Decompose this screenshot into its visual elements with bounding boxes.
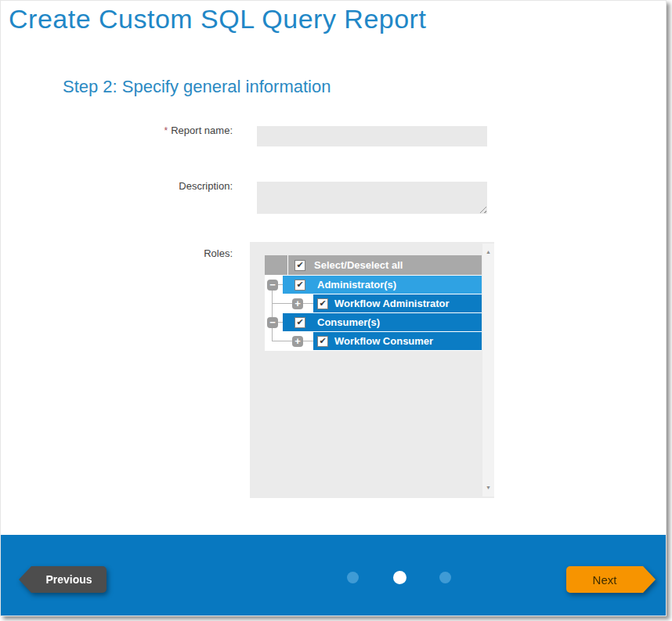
description-label-text: Description: [179, 180, 233, 192]
report-name-label: *Report name: [110, 125, 233, 136]
description-label: Description: [110, 180, 233, 192]
scroll-up-icon[interactable]: ▲ [482, 248, 494, 256]
tree-row-administrators[interactable]: ✔ Administrator(s) [283, 276, 482, 294]
wizard-page: Create Custom SQL Query Report Step 2: S… [0, 0, 667, 616]
tree-header-corner-cell [265, 255, 287, 275]
roles-label-text: Roles: [204, 247, 233, 259]
tree-connector-stub [303, 341, 313, 341]
tree-row-workflow-consumer[interactable]: ✔ Workflow Consumer [313, 332, 482, 350]
step-dot-3 [439, 572, 451, 583]
expand-icon[interactable]: + [292, 298, 303, 309]
plus-glyph: + [294, 299, 301, 309]
scroll-down-icon[interactable]: ▼ [482, 484, 494, 492]
previous-button[interactable]: Previous [31, 566, 107, 593]
tree-scrollbar[interactable]: ▲ ▼ [482, 244, 494, 496]
minus-glyph: − [269, 280, 276, 290]
checkmark-icon: ✔ [296, 280, 303, 289]
collapse-icon[interactable]: − [267, 280, 278, 291]
checkmark-icon: ✔ [319, 337, 326, 345]
step-dot-2-active [393, 571, 406, 584]
next-button-label: Next [593, 573, 617, 587]
tree-connector-stub [273, 303, 292, 304]
wizard-footer: Previous Next [1, 535, 666, 616]
expand-icon[interactable]: + [292, 336, 303, 347]
tree-row-label: Consumer(s) [317, 316, 380, 328]
select-all-checkbox[interactable]: ✔ [294, 260, 305, 271]
checkmark-icon: ✔ [296, 261, 303, 269]
tree-row-label: Workflow Administrator [334, 298, 450, 309]
tree-row-workflow-administrator[interactable]: ✔ Workflow Administrator [313, 294, 482, 312]
role-checkbox[interactable]: ✔ [317, 298, 328, 309]
tree-row-label: Workflow Consumer [334, 335, 433, 347]
previous-button-label: Previous [45, 573, 92, 586]
collapse-icon[interactable]: − [267, 317, 278, 328]
tree-connector-stub [303, 303, 313, 304]
step-dot-1 [347, 572, 359, 583]
tree-connector-stub [273, 341, 292, 341]
roles-label: Roles: [110, 247, 233, 259]
required-asterisk: * [164, 125, 168, 136]
checkmark-icon: ✔ [296, 318, 303, 327]
select-all-label: Select/Deselect all [314, 259, 403, 271]
step-heading: Step 2: Specify general information [63, 77, 331, 97]
description-textarea[interactable] [257, 182, 487, 214]
report-name-label-text: Report name: [171, 125, 233, 136]
role-checkbox[interactable]: ✔ [294, 317, 305, 328]
next-button[interactable]: Next [566, 566, 643, 593]
report-name-input[interactable] [257, 126, 487, 146]
page-title: Create Custom SQL Query Report [9, 4, 426, 34]
role-checkbox[interactable]: ✔ [294, 280, 305, 291]
checkmark-icon: ✔ [319, 299, 326, 308]
tree-row-consumers[interactable]: ✔ Consumer(s) [283, 313, 482, 331]
role-checkbox[interactable]: ✔ [317, 336, 328, 347]
tree-header-row[interactable]: ✔ Select/Deselect all [288, 255, 482, 275]
plus-glyph: + [294, 337, 301, 346]
minus-glyph: − [269, 318, 276, 327]
tree-row-label: Administrator(s) [317, 279, 396, 291]
roles-tree-panel: ✔ Select/Deselect all − + − + ✔ Administ… [250, 242, 494, 498]
